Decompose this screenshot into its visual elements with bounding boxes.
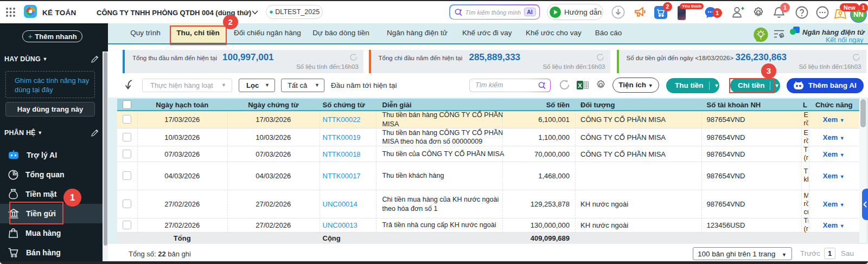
svg-text:X: X (578, 82, 582, 89)
